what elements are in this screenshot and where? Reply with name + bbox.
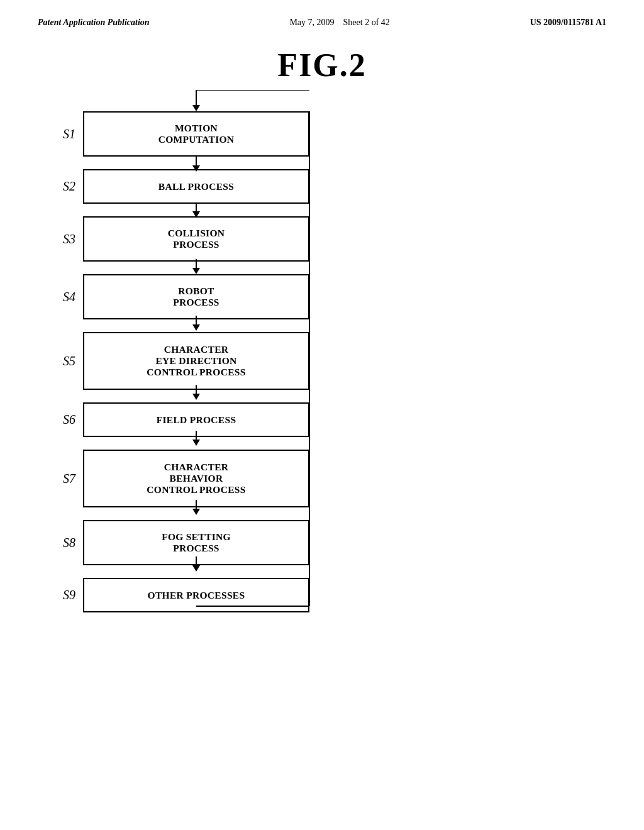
header-right: US 2009/0115781 A1 (530, 18, 606, 28)
step-row-s3: S3 COLLISIONPROCESS (38, 216, 644, 262)
step-box-s6: FIELD PROCESS (83, 402, 309, 437)
arrow-s8-s9 (83, 565, 309, 578)
step-label-s3: S3 (38, 232, 83, 246)
step-row-s5: S5 CHARACTEREYE DIRECTIONCONTROL PROCESS (38, 332, 644, 390)
step-row-s8: S8 FOG SETTINGPROCESS (38, 520, 644, 565)
step-label-s9: S9 (38, 588, 83, 602)
step-label-s7: S7 (38, 472, 83, 486)
step-text-s8: FOG SETTINGPROCESS (162, 531, 231, 554)
step-label-s5: S5 (38, 354, 83, 368)
step-box-s1: MOTIONCOMPUTATION (83, 111, 309, 157)
step-text-s5: CHARACTEREYE DIRECTIONCONTROL PROCESS (147, 344, 245, 378)
step-row-s2: S2 BALL PROCESS (38, 169, 644, 204)
arrow-s1-s2 (83, 157, 309, 169)
arrow-s2-s3 (83, 204, 309, 216)
step-label-s1: S1 (38, 127, 83, 141)
step-label-s4: S4 (38, 290, 83, 304)
step-label-s6: S6 (38, 412, 83, 427)
arrow-s6-s7 (83, 437, 309, 450)
arrow-s7-s8 (83, 507, 309, 520)
arrow-s3-s4 (83, 262, 309, 274)
step-box-s2: BALL PROCESS (83, 169, 309, 204)
step-label-s8: S8 (38, 536, 83, 550)
flowchart-area: S1 MOTIONCOMPUTATION S2 BALL PROCESS S3 … (38, 90, 644, 612)
arrow-s4-s5 (83, 319, 309, 332)
step-row-s7: S7 CHARACTERBEHAVIORCONTROL PROCESS (38, 450, 644, 507)
step-box-s4: ROBOTPROCESS (83, 274, 309, 319)
top-spacer (38, 90, 644, 111)
step-text-s9: OTHER PROCESSES (148, 590, 245, 601)
step-box-s9: OTHER PROCESSES (83, 578, 309, 612)
step-box-s3: COLLISIONPROCESS (83, 216, 309, 262)
step-row-s9: S9 OTHER PROCESSES (38, 578, 644, 612)
step-label-s2: S2 (38, 179, 83, 194)
step-text-s4: ROBOTPROCESS (173, 285, 219, 308)
step-text-s1: MOTIONCOMPUTATION (158, 123, 235, 145)
step-box-s5: CHARACTEREYE DIRECTIONCONTROL PROCESS (83, 332, 309, 390)
step-text-s2: BALL PROCESS (158, 181, 234, 192)
arrow-s5-s6 (83, 390, 309, 402)
step-row-s4: S4 ROBOTPROCESS (38, 274, 644, 319)
page-header: Patent Application Publication May 7, 20… (0, 0, 644, 28)
step-box-s7: CHARACTERBEHAVIORCONTROL PROCESS (83, 450, 309, 507)
step-text-s6: FIELD PROCESS (157, 414, 236, 426)
flowchart-steps: S1 MOTIONCOMPUTATION S2 BALL PROCESS S3 … (38, 90, 644, 612)
step-box-s8: FOG SETTINGPROCESS (83, 520, 309, 565)
step-text-s7: CHARACTERBEHAVIORCONTROL PROCESS (147, 462, 245, 495)
step-text-s3: COLLISIONPROCESS (168, 228, 225, 250)
step-row-s1: S1 MOTIONCOMPUTATION (38, 111, 644, 157)
header-left: Patent Application Publication (38, 18, 150, 28)
header-center: May 7, 2009 Sheet 2 of 42 (289, 18, 389, 28)
figure-title: FIG.2 (0, 47, 644, 84)
step-row-s6: S6 FIELD PROCESS (38, 402, 644, 437)
